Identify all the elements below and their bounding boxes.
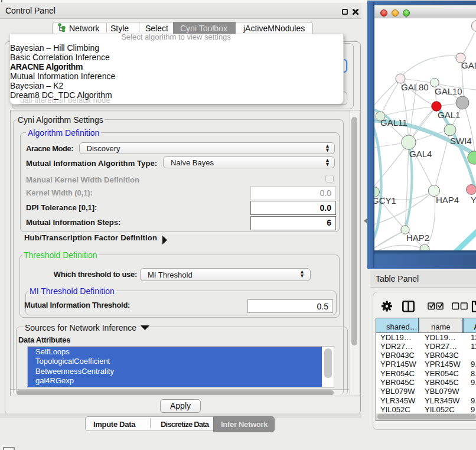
svg-text:GAL1: GAL1: [438, 110, 460, 120]
svg-text:HAP2: HAP2: [406, 233, 429, 243]
svg-text:GAL: GAL: [461, 60, 476, 70]
svg-text:GAL80: GAL80: [401, 82, 429, 92]
svg-text:GAL11: GAL11: [380, 118, 407, 128]
svg-text:GAL4: GAL4: [409, 149, 432, 159]
svg-text:HAP4: HAP4: [436, 195, 459, 205]
svg-text:Y: Y: [471, 195, 476, 205]
svg-text:GAL10: GAL10: [435, 86, 462, 96]
svg-text:GCY1: GCY1: [374, 195, 396, 206]
svg-text:SWI4: SWI4: [450, 136, 472, 146]
